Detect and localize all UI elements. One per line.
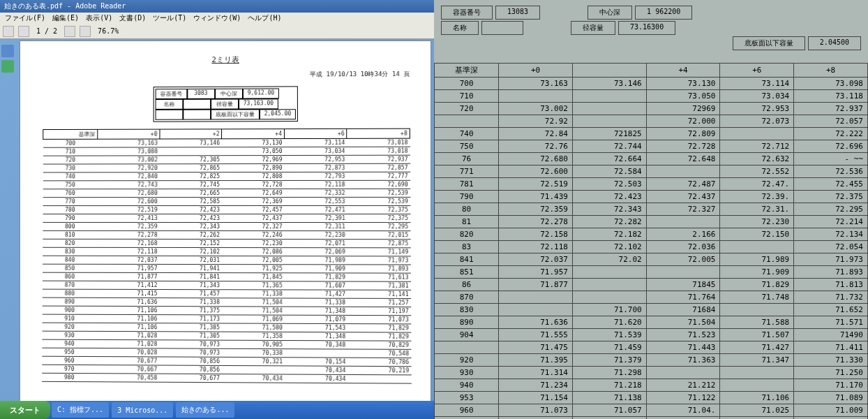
document-content: 2ミリ表 平成 19/10/13 10時34分 14 頁 容器番号3083中心深… (20, 41, 431, 391)
table-row: 82072.15872.1822.16672.15072.134 (435, 228, 868, 241)
table-row: 96071.07371.05771.04.71.02571.009 (435, 404, 868, 417)
data-table-right: 基準深+0+4+6+8 70073.16373.14673.13073.1147… (434, 63, 868, 419)
adobe-reader-window: 始きのある表.pdf - Adobe Reader ファイル(F) 編集(E) … (0, 0, 434, 419)
table-row: 71.47571.45971.44371.42771.411 (435, 341, 868, 354)
table-row: 77072,60072,58572,36972,55372,539 (43, 197, 410, 205)
hdr-name-val (481, 21, 523, 35)
column-header: 基準深 (435, 64, 499, 78)
zoom-level: 76.7% (95, 27, 121, 35)
menu-window[interactable]: ウィンドウ(W) (191, 13, 243, 23)
data-table-left: 基準深+0+2+4+6+8 70073,16373,14673,13073,11… (41, 128, 412, 384)
table-row: 98070,45870,67770,43470,434 (42, 373, 412, 383)
info-box: 容器番号3083中心深9,612.00名称径容量73,163.00底板面以下容量… (153, 86, 298, 122)
hdr-center-val: 1 962200 (635, 6, 692, 20)
menu-doc[interactable]: 文書(D) (117, 13, 148, 23)
column-header: +6 (284, 128, 347, 138)
table-row: 7672.68072.66472.64872.632- ~~ (435, 153, 868, 166)
table-row: 89071.63671.62071.50471.58871.571 (435, 316, 868, 329)
sidebar-icons (1, 42, 15, 75)
page-indicator: 1 / 2 (33, 27, 60, 35)
spreadsheet-window: 容器番号 13083 中心深 1 962200 名称 径容量 73.16300 … (434, 0, 868, 419)
toolbar: 1 / 2 76.7% (0, 24, 434, 39)
taskbar-item-2[interactable]: 3 Microso... (112, 402, 173, 418)
table-row: 85071,95771,94171,92571,90971,893 (43, 264, 411, 273)
taskbar-item-1[interactable]: C: 指標フ... (52, 402, 109, 418)
menu-edit[interactable]: 編集(E) (50, 13, 81, 23)
table-row: 75072.7672.74472.72872.71272.696 (435, 140, 868, 153)
table-row: 73072,92072,86572,89072,87372,857 (43, 163, 410, 172)
table-row: 79072,41372,42372,43772,39172,375 (43, 214, 410, 222)
windows-taskbar: スタート C: 指標フ... 3 Microso... 始きのある... (0, 401, 434, 419)
table-row: 72073.0027296972.95372.937 (435, 103, 868, 115)
hdr-name-label: 名称 (441, 21, 479, 35)
table-row: 84172.03772.0272.00571.98971.973 (435, 253, 868, 266)
doc-meta: 平成 19/10/13 10時34分 14 頁 (43, 70, 410, 80)
table-row: 90471.55571.53971.52371.50771490 (435, 329, 868, 341)
column-header: +4 (646, 64, 720, 78)
table-row: 92071.39571.37971.36371.34771.330 (435, 354, 868, 367)
table-row: 72073,00272,30572,96972,95372,937 (43, 155, 410, 164)
table-row: 70073.16373.14673.13073.11473.098 (435, 78, 868, 90)
table-row: 94071.23471.21821.21271.170 (435, 379, 868, 392)
prev-page-icon[interactable] (64, 26, 75, 37)
hdr-vol-val: 73.16300 (618, 21, 675, 35)
table-row: 82072,16872,15272,23072,07172,875 (43, 239, 410, 247)
table-row: 78172.51972.50372.48772.47.72.455 (435, 178, 868, 191)
table-row: 84072,03772,03172,00571,98971,973 (43, 256, 411, 265)
taskbar-item-3[interactable]: 始きのある... (176, 402, 234, 418)
document-viewport[interactable]: 2ミリ表 平成 19/10/13 10時34分 14 頁 容器番号3083中心深… (20, 41, 431, 405)
menu-view[interactable]: 表示(V) (84, 13, 114, 23)
column-header: +8 (347, 128, 410, 138)
table-row: 87071.76471.74871.732 (435, 291, 868, 304)
table-row: 78072,51972,42372,45772,47172,375 (43, 205, 410, 214)
table-row: 72.9272.00072.07372.057 (435, 115, 868, 128)
table-row: 74072,84072,82572,80872,79372,777 (43, 172, 410, 181)
table-row: 79071.43972.42372.43772.39.72.375 (435, 191, 868, 203)
menu-tools[interactable]: ツール(T) (151, 13, 188, 23)
table-row: 8072.35972.34372.32772.31.72.295 (435, 203, 868, 216)
table-row: 8671.8777184571.82971.813 (435, 279, 868, 291)
table-row: 77172.60072.58472.55272.536 (435, 166, 868, 178)
column-header: +2 (160, 129, 222, 139)
column-header: +0 (98, 129, 160, 139)
pages-icon[interactable] (1, 60, 14, 73)
window-title: 始きのある表.pdf - Adobe Reader (4, 1, 126, 11)
start-button[interactable]: スタート (0, 401, 50, 419)
table-row: 8372.11872.10272.03672.054 (435, 241, 868, 253)
table-row: 70.97770000009 (435, 417, 868, 420)
hdr-id-label: 容器番号 (441, 6, 493, 20)
start-label: スタート (10, 405, 40, 416)
table-row: 8172.27872.28272.23072.214 (435, 216, 868, 228)
bookmark-icon[interactable] (1, 45, 14, 57)
column-header: +4 (222, 129, 284, 139)
window-titlebar[interactable]: 始きのある表.pdf - Adobe Reader (0, 0, 434, 13)
menu-help[interactable]: ヘルプ(H) (246, 13, 283, 23)
table-row: 93071.31471.29871.250 (435, 367, 868, 379)
next-page-icon[interactable] (80, 26, 91, 37)
menu-file[interactable]: ファイル(F) (3, 13, 47, 23)
table-row: 70073,16373,14673,13073,11473,018 (43, 138, 410, 147)
table-row: 74072.8472182572.80972.222 (435, 128, 868, 140)
table-row: 83072,11872,10272,08672,06971,149 (43, 247, 411, 256)
hdr-id-val: 13083 (495, 6, 540, 20)
sheet-header: 容器番号 13083 中心深 1 962200 名称 径容量 73.16300 … (434, 0, 868, 56)
column-header: +6 (720, 64, 794, 78)
column-header: 基準深 (43, 129, 98, 139)
table-row: 95371.15471.13871.12271.10671.089 (435, 392, 868, 404)
hdr-under-label: 底板面以下容量 (733, 36, 805, 50)
doc-title: 2ミリ表 (43, 54, 410, 66)
hdr-under-val: 2.04500 (808, 36, 861, 50)
table-row: 86071,87771,84171,84571,82971,613 (42, 272, 410, 281)
table-row: 80072,35972,34372,32772,31172,295 (43, 222, 410, 230)
column-header: +0 (499, 64, 573, 78)
hdr-center-label: 中心深 (588, 6, 632, 20)
print-icon[interactable] (3, 26, 14, 37)
column-header: +8 (794, 64, 868, 78)
table-row: 76072,68072,66572,64972,33272,539 (43, 189, 410, 197)
table-row: 81072,27872,26272,24672,23072,015 (43, 230, 410, 239)
table-row: 75072,74372,74572,72872,11872,690 (43, 180, 410, 189)
menubar: ファイル(F) 編集(E) 表示(V) 文書(D) ツール(T) ウィンドウ(W… (0, 13, 434, 24)
table-row: 85171.95771.90971.893 (435, 266, 868, 279)
table-row: 83071.7007168471.652 (435, 304, 868, 316)
save-icon[interactable] (18, 26, 29, 37)
